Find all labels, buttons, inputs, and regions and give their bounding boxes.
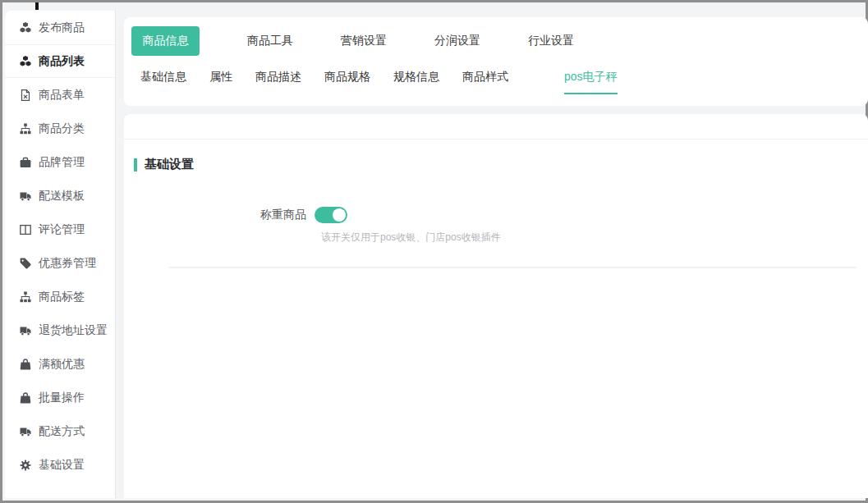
sidebar-item-product-list[interactable]: 商品列表 — [5, 44, 115, 78]
briefcase-icon — [20, 157, 31, 168]
gear-icon — [20, 460, 31, 471]
sidebar-item-product-tags[interactable]: 商品标签 — [5, 280, 115, 313]
sidebar-item-delivery-template[interactable]: 配送模板 — [5, 179, 115, 213]
sidebar-item-product-category[interactable]: 商品分类 — [5, 112, 115, 145]
sidebar-item-label: 批量操作 — [39, 391, 85, 405]
app-window: 发布商品 商品列表 商品表单 商品分类 品牌管理 配送模板 评论管理 — [0, 0, 868, 503]
section-title-text: 基础设置 — [145, 157, 194, 172]
truck-icon — [20, 190, 31, 202]
sidebar-item-return-address-settings[interactable]: 退货地址设置 — [5, 313, 115, 347]
sidebar-item-product-form[interactable]: 商品表单 — [5, 78, 115, 112]
sidebar-item-label: 商品表单 — [39, 88, 85, 103]
columns-icon — [20, 224, 31, 235]
sidebar-item-label: 基础设置 — [39, 458, 85, 473]
tab-product-tools[interactable]: 商品工具 — [247, 34, 293, 48]
sidebar-item-brand-management[interactable]: 品牌管理 — [5, 145, 115, 179]
sidebar-item-label: 配送模板 — [39, 189, 85, 203]
file-excel-icon — [20, 89, 31, 101]
subtab-pos-scale[interactable]: pos电子秤 — [564, 70, 618, 94]
cubes-icon — [20, 56, 31, 67]
tag-icon — [20, 258, 31, 269]
sidebar-item-publish-product[interactable]: 发布商品 — [5, 11, 115, 44]
weigh-product-label: 称重商品 — [124, 208, 306, 222]
sidebar-item-review-management[interactable]: 评论管理 — [5, 213, 115, 246]
sidebar-item-label: 商品列表 — [39, 54, 85, 69]
sidebar-item-label: 品牌管理 — [39, 155, 85, 170]
sidebar-item-label: 优惠券管理 — [39, 256, 96, 271]
truck-icon — [20, 325, 31, 336]
sidebar-item-full-amount-discount[interactable]: 满额优惠 — [5, 347, 115, 381]
sub-tab-bar: 基础信息 属性 商品描述 商品规格 规格信息 商品样式 pos电子秤 — [124, 56, 868, 94]
weigh-product-row: 称重商品 — [124, 207, 868, 223]
sidebar-item-delivery-method[interactable]: 配送方式 — [5, 414, 115, 448]
section-accent-bar — [134, 158, 137, 171]
subtab-product-description[interactable]: 商品描述 — [255, 70, 301, 93]
tab-product-info[interactable]: 商品信息 — [131, 26, 200, 56]
toggle-knob — [333, 208, 346, 222]
shopping-bag-icon — [20, 359, 31, 370]
sidebar-item-label: 满额优惠 — [39, 357, 85, 372]
sidebar-item-batch-operations[interactable]: 批量操作 — [5, 381, 115, 414]
subtab-product-style[interactable]: 商品样式 — [462, 70, 508, 93]
content-card: 基础设置 称重商品 该开关仅用于pos收银、门店pos收银插件 — [124, 114, 868, 498]
sidebar-item-label: 发布商品 — [39, 21, 85, 35]
sidebar-item-coupon-management[interactable]: 优惠券管理 — [5, 246, 115, 280]
main-tab-bar: 商品信息 商品工具 营销设置 分润设置 行业设置 — [124, 17, 868, 56]
truck-icon — [20, 426, 31, 437]
subtab-spec-info[interactable]: 规格信息 — [393, 70, 439, 93]
sidebar-item-label: 退货地址设置 — [39, 323, 108, 338]
tab-marketing-settings[interactable]: 营销设置 — [341, 34, 387, 48]
cubes-icon — [20, 22, 31, 34]
sidebar-item-basic-settings[interactable]: 基础设置 — [5, 448, 115, 482]
weigh-product-helper-text: 该开关仅用于pos收银、门店pos收银插件 — [321, 231, 868, 245]
sidebar-item-label: 商品分类 — [39, 121, 85, 136]
tabs-card: 商品信息 商品工具 营销设置 分润设置 行业设置 基础信息 属性 商品描述 商品… — [124, 17, 868, 106]
form-divider — [169, 267, 857, 268]
subtab-attributes[interactable]: 属性 — [209, 70, 232, 93]
cropped-cursor-mark — [35, 2, 39, 10]
sidebar-item-label: 配送方式 — [39, 424, 85, 439]
weigh-product-toggle[interactable] — [315, 207, 347, 223]
content-card-header — [124, 114, 868, 139]
sidebar: 发布商品 商品列表 商品表单 商品分类 品牌管理 配送模板 评论管理 — [5, 11, 116, 498]
sitemap-icon — [20, 291, 31, 303]
sidebar-item-label: 评论管理 — [39, 222, 85, 237]
subtab-basic-info[interactable]: 基础信息 — [140, 70, 186, 93]
subtab-product-specs[interactable]: 商品规格 — [324, 70, 370, 93]
sitemap-icon — [20, 123, 31, 135]
tab-profit-sharing-settings[interactable]: 分润设置 — [434, 34, 480, 48]
shopping-bag-icon — [20, 392, 31, 404]
sidebar-item-label: 商品标签 — [39, 290, 85, 304]
tab-industry-settings[interactable]: 行业设置 — [528, 34, 574, 48]
section-header: 基础设置 — [134, 157, 868, 172]
